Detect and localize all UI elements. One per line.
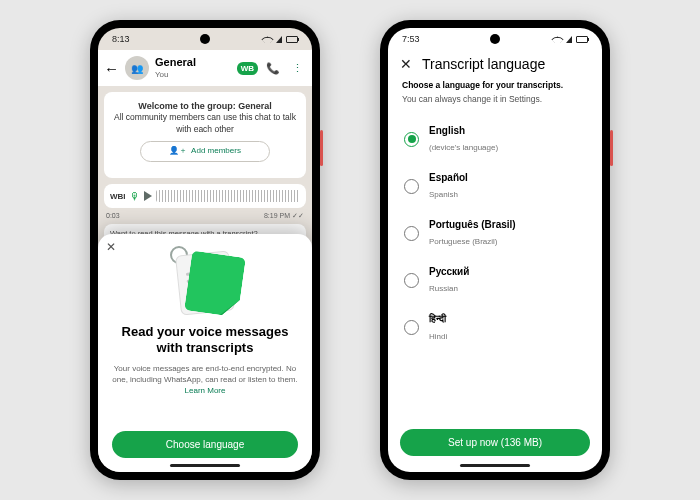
choose-language-button[interactable]: Choose language — [112, 431, 298, 458]
home-indicator[interactable] — [460, 464, 530, 467]
sheet-body: Your voice messages are end-to-end encry… — [112, 363, 298, 432]
screen-right: 7:53 ✕ Transcript language Choose a lang… — [388, 28, 602, 472]
mic-icon: 🎙 — [130, 191, 140, 202]
subtitle-bold: Choose a language for your transcripts. — [402, 80, 588, 92]
radio-icon[interactable] — [404, 320, 419, 335]
phone-left: 8:13 ← 👥 General You WB 📞 ⋮ Welcome to t… — [90, 20, 320, 480]
camera-notch — [200, 34, 210, 44]
language-name: Español — [429, 172, 468, 183]
radio-icon[interactable] — [404, 226, 419, 241]
language-name: Português (Brasil) — [429, 219, 516, 230]
add-members-label: Add members — [191, 146, 241, 157]
voice-time: 8:19 PM — [264, 212, 290, 219]
language-option[interactable]: English(device's language) — [394, 116, 596, 163]
sheet-heading: Read your voice messages with transcript… — [112, 324, 298, 357]
chat-header: ← 👥 General You WB 📞 ⋮ — [98, 50, 312, 86]
language-option[interactable]: हिन्दीHindi — [394, 304, 596, 352]
language-sub: Hindi — [429, 332, 447, 341]
subtitle-text: You can always change it in Settings. — [402, 94, 542, 104]
voice-ticks: ✓✓ — [292, 212, 304, 219]
green-fold-icon — [184, 251, 246, 318]
learn-more-link[interactable]: Learn More — [185, 386, 226, 395]
welcome-title: Welcome to the group: General — [138, 101, 271, 111]
language-option[interactable]: Português (Brasil)Portuguese (Brazil) — [394, 210, 596, 257]
chat-title-block[interactable]: General You — [155, 57, 231, 79]
status-time: 7:53 — [402, 34, 420, 44]
language-sub: Russian — [429, 284, 458, 293]
add-members-button[interactable]: 👤＋ Add members — [140, 141, 270, 162]
language-sub: (device's language) — [429, 143, 498, 152]
camera-notch — [490, 34, 500, 44]
signal-icon — [566, 36, 572, 43]
add-person-icon: 👤＋ — [169, 146, 187, 157]
group-avatar[interactable]: 👥 — [125, 56, 149, 80]
setup-now-button[interactable]: Set up now (136 MB) — [400, 429, 590, 456]
page-header: ✕ Transcript language — [388, 50, 602, 80]
play-icon[interactable] — [144, 191, 152, 201]
call-icon[interactable]: 📞 — [264, 59, 282, 77]
battery-icon — [576, 36, 588, 43]
transcript-sheet: ✕ Read your voice messages with transcri… — [98, 234, 312, 472]
language-sub: Spanish — [429, 190, 458, 199]
radio-icon[interactable] — [404, 132, 419, 147]
voice-elapsed: 0:03 — [106, 212, 120, 220]
language-list: English(device's language)EspañolSpanish… — [388, 106, 602, 362]
wifi-icon — [261, 33, 274, 46]
welcome-card: Welcome to the group: General All commun… — [104, 92, 306, 178]
radio-icon[interactable] — [404, 179, 419, 194]
voice-footer: 0:03 8:19 PM ✓✓ — [104, 212, 306, 220]
waveform[interactable] — [156, 190, 300, 202]
battery-icon — [286, 36, 298, 43]
close-icon[interactable]: ✕ — [400, 56, 412, 72]
page-title: Transcript language — [422, 56, 545, 72]
wifi-icon — [551, 33, 564, 46]
status-time: 8:13 — [112, 34, 130, 44]
language-name: हिन्दी — [429, 313, 447, 325]
signal-icon — [276, 36, 282, 43]
radio-icon[interactable] — [404, 273, 419, 288]
voice-sender: WBI — [110, 192, 126, 201]
screen-left: 8:13 ← 👥 General You WB 📞 ⋮ Welcome to t… — [98, 28, 312, 472]
voice-message[interactable]: WBI 🎙 — [104, 184, 306, 208]
phone-right: 7:53 ✕ Transcript language Choose a lang… — [380, 20, 610, 480]
language-option[interactable]: РусскийRussian — [394, 257, 596, 304]
language-option[interactable]: EspañolSpanish — [394, 163, 596, 210]
language-sub: Portuguese (Brazil) — [429, 237, 497, 246]
home-indicator[interactable] — [170, 464, 240, 467]
language-name: Русский — [429, 266, 469, 277]
back-icon[interactable]: ← — [104, 60, 119, 77]
community-badge[interactable]: WB — [237, 62, 258, 75]
sheet-illustration — [112, 248, 298, 318]
more-icon[interactable]: ⋮ — [288, 59, 306, 77]
chat-subtitle: You — [155, 70, 169, 79]
welcome-body: All community members can use this chat … — [114, 112, 296, 133]
page-subtitle: Choose a language for your transcripts. … — [388, 80, 602, 106]
chat-title: General — [155, 57, 231, 68]
language-name: English — [429, 125, 498, 136]
